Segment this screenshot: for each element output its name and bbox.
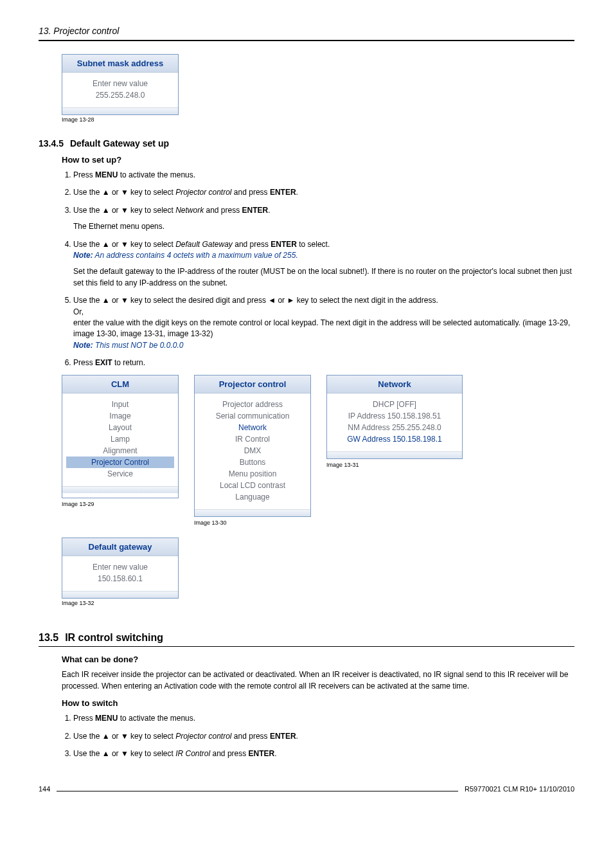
menu-item: Input (66, 399, 174, 410)
image-caption: Image 13-29 (62, 501, 179, 507)
panel-text: Enter new value (66, 561, 174, 573)
subnet-mask-panel: Subnet mask address Enter new value 255.… (62, 54, 179, 115)
menu-item: NM Address 255.255.248.0 (331, 422, 458, 433)
doc-id: R59770021 CLM R10+ 11/10/2010 (465, 785, 574, 793)
step: Press MENU to activate the menus. (73, 170, 574, 181)
subheading: What can be done? (62, 655, 574, 664)
section-heading: 13.5 IR control switching (39, 632, 574, 644)
projector-control-panel: Projector control Projector addressSeria… (194, 375, 311, 517)
steps-list: Press MENU to activate the menus. Use th… (62, 713, 574, 759)
menu-item: Local LCD contrast (199, 480, 306, 491)
menu-item: Projector address (199, 399, 306, 410)
step: Use the ▲ or ▼ key to select Network and… (73, 205, 574, 233)
step: Use the ▲ or ▼ key to select Projector c… (73, 731, 574, 742)
menu-item: Alignment (66, 445, 174, 457)
step: Press MENU to activate the menus. (73, 713, 574, 724)
step: Use the ▲ or ▼ key to select Projector c… (73, 187, 574, 198)
page-number: 144 (39, 785, 50, 793)
menu-item: Menu position (199, 468, 306, 480)
menu-item: DMX (199, 445, 306, 457)
menu-item: Language (199, 491, 306, 503)
menu-item: Buttons (199, 457, 306, 468)
section-heading: 13.4.5 Default Gateway set up (39, 138, 574, 149)
step-para: Set the default gateway to the IP-addres… (73, 266, 574, 289)
menu-item: Serial communication (199, 410, 306, 422)
chapter-heading: 13. Projector control (39, 26, 574, 36)
image-caption: Image 13-28 (62, 116, 574, 123)
menu-item: IR Control (199, 433, 306, 445)
menu-item: Network (199, 422, 306, 433)
menu-item: Lamp (66, 433, 174, 445)
menu-item: GW Address 150.158.198.1 (331, 433, 458, 445)
section-title: Default Gateway set up (70, 138, 169, 149)
divider (39, 40, 574, 41)
menu-item: Layout (66, 422, 174, 433)
panel-title: Subnet mask address (62, 55, 178, 73)
panel-value: 150.158.60.1 (66, 573, 174, 584)
subheading: How to switch (62, 698, 574, 708)
image-caption: Image 13-31 (326, 462, 463, 468)
divider (39, 646, 574, 647)
network-panel: Network DHCP [OFF]IP Address 150.158.198… (326, 375, 463, 459)
clm-panel: CLM InputImageLayoutLampAlignmentProject… (62, 375, 179, 498)
step: Use the ▲ or ▼ key to select Default Gat… (73, 239, 574, 289)
page-footer: 144 R59770021 CLM R10+ 11/10/2010 (39, 785, 574, 793)
panel-value: 255.255.248.0 (66, 89, 174, 101)
paragraph: Each IR receiver inside the projector ca… (62, 669, 574, 692)
section-title: IR control switching (65, 632, 163, 644)
step: Use the ▲ or ▼ key to select IR Control … (73, 748, 574, 759)
subheading: How to set up? (62, 155, 574, 165)
panel-text: Enter new value (66, 78, 174, 89)
panel-title: Projector control (195, 375, 310, 393)
image-caption: Image 13-30 (194, 520, 311, 526)
panel-title: Network (327, 375, 462, 393)
menu-item: DHCP [OFF] (331, 399, 458, 410)
menu-item: IP Address 150.158.198.51 (331, 410, 458, 422)
step-note: The Ethernet menu opens. (73, 221, 574, 232)
menu-item: Image (66, 410, 174, 422)
default-gateway-panel: Default gateway Enter new value 150.158.… (62, 538, 179, 599)
section-number: 13.4.5 (39, 138, 64, 149)
steps-list: Press MENU to activate the menus. Use th… (62, 170, 574, 368)
menu-item: Service (66, 468, 174, 480)
menu-item: Projector Control (66, 457, 174, 468)
step: Use the ▲ or ▼ key to select the desired… (73, 295, 574, 351)
step: Press EXIT to return. (73, 357, 574, 368)
panel-title: CLM (62, 375, 178, 393)
section-number: 13.5 (39, 632, 58, 644)
image-caption: Image 13-32 (62, 600, 574, 606)
panel-title: Default gateway (62, 538, 178, 556)
